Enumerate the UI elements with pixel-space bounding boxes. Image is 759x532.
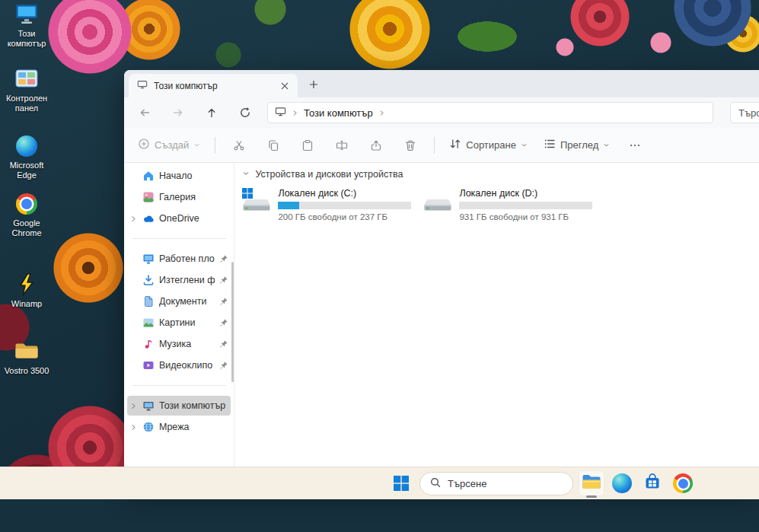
this-pc-tab-icon <box>137 79 148 92</box>
chevron-right-icon[interactable] <box>129 423 138 432</box>
share-button[interactable] <box>361 133 391 158</box>
desktop-icon-label: Контролен панел <box>0 94 53 113</box>
sidebar-item-downloads[interactable]: Изтеглени ф <box>127 270 231 290</box>
start-button[interactable] <box>388 470 414 496</box>
hard-drive-icon <box>423 187 452 213</box>
desktop-icon-label: Google Chrome <box>0 218 53 238</box>
sidebar-item-pictures[interactable]: Картини <box>127 313 231 333</box>
rename-button[interactable] <box>327 133 357 158</box>
drive-capacity-bar <box>459 202 592 209</box>
sidebar-item-home[interactable]: Начало <box>127 166 231 186</box>
explorer-window: Този компютър <box>124 70 759 486</box>
address-bar[interactable]: Този компютър <box>267 102 713 123</box>
delete-button[interactable] <box>395 133 426 158</box>
pin-icon <box>219 361 228 370</box>
chevron-down-icon <box>603 139 610 151</box>
view-button[interactable]: Преглед <box>537 133 616 158</box>
up-button[interactable] <box>200 101 223 124</box>
drive-used-fill <box>278 202 299 209</box>
downloads-icon <box>142 274 155 286</box>
chevron-down-icon <box>521 139 528 151</box>
taskbar-chrome[interactable] <box>670 470 696 496</box>
home-icon <box>142 170 155 182</box>
pin-icon <box>219 254 228 263</box>
command-bar: Създай <box>124 128 759 163</box>
breadcrumb-chevron-icon[interactable] <box>378 107 385 119</box>
this-pc-address-icon <box>275 106 286 119</box>
documents-icon <box>142 295 155 307</box>
desktop-icon-control-panel[interactable]: Контролен панел <box>0 67 53 113</box>
content-area: Устройства и дискови устройства Локален … <box>234 163 759 467</box>
new-button[interactable]: Създай <box>132 133 206 158</box>
taskbar-search-label: Търсене <box>448 478 486 489</box>
gallery-icon <box>142 191 155 203</box>
desktop-icon-label: Microsoft Edge <box>0 161 53 180</box>
onedrive-icon <box>142 212 155 225</box>
control-panel-icon <box>0 67 53 91</box>
chevron-right-icon[interactable] <box>129 215 138 223</box>
drive-free-space: 931 ГБ свободни от 931 ГБ <box>459 212 594 221</box>
drive-tile-c[interactable]: Локален диск (C:) 200 ГБ свободни от 237… <box>242 187 413 221</box>
desktop-icon-winamp[interactable]: Winamp <box>0 272 53 309</box>
taskbar-store[interactable] <box>639 470 665 496</box>
desktop-icon-label: Този компютър <box>0 29 53 49</box>
new-tab-button[interactable] <box>304 75 324 94</box>
sidebar: Начало Галерия OneDrive <box>124 163 234 467</box>
desktop-icon-label: Vostro 3500 <box>0 366 53 376</box>
sidebar-item-desktop[interactable]: Работен пло <box>127 249 231 269</box>
view-list-icon <box>544 138 556 152</box>
desktop-icon-edge[interactable]: Microsoft Edge <box>0 134 53 180</box>
chevron-down-icon <box>193 139 200 151</box>
drive-tile-d[interactable]: Локален диск (D:) 931 ГБ свободни от 931… <box>423 187 594 221</box>
this-pc-icon <box>142 400 155 412</box>
sidebar-item-this-pc[interactable]: Този компютър <box>127 396 231 416</box>
cut-button[interactable] <box>224 133 254 158</box>
taskbar-search[interactable]: Търсене <box>419 472 573 495</box>
chrome-icon <box>673 473 693 493</box>
tab-close-icon[interactable] <box>278 79 292 93</box>
chevron-right-icon[interactable] <box>129 402 138 410</box>
drive-capacity-bar <box>278 202 411 209</box>
sidebar-item-documents[interactable]: Документи <box>127 291 231 311</box>
drive-list: Локален диск (C:) 200 ГБ свободни от 237… <box>242 187 759 221</box>
edge-icon <box>612 473 632 493</box>
copy-button[interactable] <box>258 133 289 158</box>
breadcrumb-chevron-icon[interactable] <box>292 107 298 119</box>
explorer-search-input[interactable]: Търсене <box>730 102 759 123</box>
back-button[interactable] <box>133 101 156 124</box>
section-collapse-chevron-icon[interactable] <box>242 169 250 180</box>
desktop-icon-vostro-folder[interactable]: Vostro 3500 <box>0 339 53 376</box>
chrome-icon <box>0 192 53 216</box>
sidebar-item-videos[interactable]: Видеоклипо <box>127 355 231 375</box>
sidebar-scrollbar[interactable] <box>231 262 234 382</box>
desktop-icon-this-pc[interactable]: Този компютър <box>0 2 53 49</box>
pictures-icon <box>142 317 155 329</box>
navigation-bar: Този компютър Търсене <box>124 97 759 128</box>
sort-button[interactable]: Сортиране <box>443 133 534 158</box>
forward-button[interactable] <box>167 101 190 124</box>
drive-free-space: 200 ГБ свободни от 237 ГБ <box>278 212 413 221</box>
microsoft-store-icon <box>643 473 662 494</box>
hard-drive-icon <box>242 187 271 213</box>
sidebar-item-onedrive[interactable]: OneDrive <box>127 209 231 228</box>
sidebar-item-music[interactable]: Музика <box>127 334 231 354</box>
sidebar-item-network[interactable]: Мрежа <box>127 417 231 437</box>
section-devices-header[interactable]: Устройства и дискови устройства <box>242 167 759 181</box>
explorer-tab[interactable]: Този компютър <box>129 74 298 97</box>
taskbar-edge[interactable] <box>609 470 635 496</box>
sidebar-item-gallery[interactable]: Галерия <box>127 187 231 207</box>
search-placeholder: Търсене <box>738 107 759 119</box>
windows-logo-icon <box>242 188 253 202</box>
desktop-icon-chrome[interactable]: Google Chrome <box>0 192 53 238</box>
breadcrumb[interactable]: Този компютър <box>304 107 373 119</box>
taskbar-file-explorer[interactable] <box>579 470 604 496</box>
toolbar-divider <box>215 137 215 154</box>
pin-icon <box>219 297 228 306</box>
paste-button[interactable] <box>292 133 323 158</box>
network-globe-icon <box>142 421 155 433</box>
search-icon <box>430 477 441 490</box>
more-options-button[interactable] <box>620 133 650 158</box>
refresh-button[interactable] <box>234 101 257 124</box>
edge-icon <box>0 134 53 158</box>
sidebar-divider <box>132 238 226 239</box>
